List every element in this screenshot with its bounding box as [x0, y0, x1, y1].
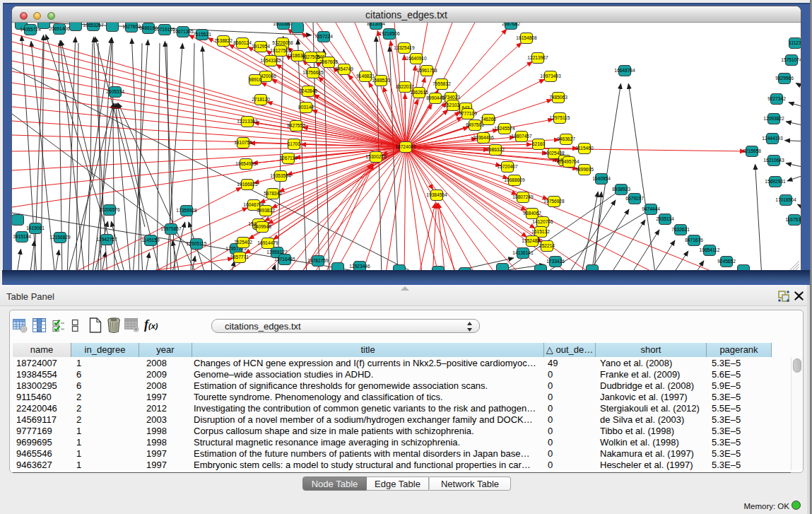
svg-text:18807249: 18807249 — [512, 194, 534, 199]
svg-text:9115460: 9115460 — [575, 146, 594, 151]
svg-text:1588520: 1588520 — [372, 78, 390, 83]
svg-text:98916: 98916 — [249, 77, 262, 82]
svg-text:10688609: 10688609 — [504, 177, 525, 182]
svg-text:19975857: 19975857 — [160, 226, 182, 231]
svg-text:9329966: 9329966 — [775, 76, 794, 81]
svg-text:12444193: 12444193 — [762, 136, 783, 141]
svg-text:18127505: 18127505 — [270, 48, 291, 53]
svg-text:3493822: 3493822 — [257, 208, 275, 213]
svg-text:20691406: 20691406 — [49, 26, 70, 31]
svg-text:9384067: 9384067 — [523, 211, 541, 216]
svg-text:9245652: 9245652 — [717, 259, 736, 264]
svg-text:14136141: 14136141 — [512, 250, 534, 255]
svg-text:5878342: 5878342 — [264, 191, 282, 196]
svg-text:12213383: 12213383 — [237, 119, 258, 124]
svg-text:12942757: 12942757 — [96, 237, 117, 242]
svg-text:7357224: 7357224 — [314, 34, 333, 39]
svg-text:9327505: 9327505 — [302, 54, 320, 59]
svg-text:15720407: 15720407 — [497, 164, 518, 169]
svg-text:16210643: 16210643 — [763, 158, 784, 163]
svg-text:62160: 62160 — [532, 141, 546, 146]
svg-text:10543382: 10543382 — [260, 58, 281, 63]
svg-text:7515521: 7515521 — [193, 32, 211, 37]
svg-text:19384554: 19384554 — [426, 192, 447, 197]
svg-text:2718120: 2718120 — [252, 97, 270, 102]
svg-text:9474444: 9474444 — [642, 206, 660, 211]
svg-text:16961758: 16961758 — [416, 68, 437, 73]
svg-text:1640954: 1640954 — [592, 176, 611, 181]
svg-text:17016504: 17016504 — [775, 197, 796, 202]
svg-text:16671385: 16671385 — [172, 29, 194, 34]
svg-text:12213967: 12213967 — [527, 55, 548, 60]
svg-text:2935114: 2935114 — [656, 216, 674, 221]
svg-text:1810755: 1810755 — [234, 140, 252, 145]
svg-text:1733426: 1733426 — [546, 259, 565, 264]
svg-text:7638822: 7638822 — [214, 38, 233, 43]
svg-text:9857771: 9857771 — [230, 255, 249, 259]
svg-text:17359928: 17359928 — [176, 208, 197, 213]
svg-text:53226058: 53226058 — [272, 40, 293, 45]
svg-text:12093822: 12093822 — [763, 116, 784, 121]
svg-text:1415061: 1415061 — [26, 226, 45, 230]
svg-text:9777109: 9777109 — [459, 111, 477, 116]
svg-text:8660124: 8660124 — [233, 40, 252, 45]
svg-text:6734023: 6734023 — [442, 95, 460, 100]
svg-text:6679197: 6679197 — [625, 196, 644, 201]
svg-text:7625402: 7625402 — [234, 240, 252, 245]
svg-text:16640910: 16640910 — [406, 56, 427, 61]
svg-text:10807457: 10807457 — [511, 134, 532, 139]
svg-text:10654112: 10654112 — [700, 247, 720, 252]
svg-text:16154808: 16154808 — [516, 35, 537, 40]
svg-text:2605334: 2605334 — [106, 89, 124, 94]
svg-text:16914479: 16914479 — [257, 240, 278, 245]
svg-text:1615132: 1615132 — [531, 229, 550, 234]
svg-text:5409948: 5409948 — [253, 224, 271, 229]
svg-text:19353594: 19353594 — [270, 173, 291, 178]
svg-text:15300275: 15300275 — [365, 154, 387, 159]
svg-text:9899695: 9899695 — [575, 167, 594, 172]
svg-text:16782759: 16782759 — [307, 258, 329, 263]
svg-text:8813054: 8813054 — [367, 23, 385, 26]
svg-text:9463627: 9463627 — [557, 136, 575, 141]
svg-text:746266: 746266 — [481, 117, 496, 122]
svg-text:2967608: 2967608 — [319, 59, 338, 64]
svg-text:11123: 11123 — [789, 40, 801, 45]
svg-text:12156829: 12156829 — [49, 235, 71, 240]
svg-text:13524851: 13524851 — [522, 238, 543, 243]
svg-text:19166825: 19166825 — [237, 182, 258, 187]
svg-text:18245574: 18245574 — [494, 126, 515, 131]
svg-text:12923446: 12923446 — [349, 264, 370, 269]
svg-text:6497508: 6497508 — [466, 122, 484, 127]
svg-text:7485063: 7485063 — [549, 95, 567, 100]
svg-text:9427552: 9427552 — [287, 123, 305, 128]
svg-text:1362615: 1362615 — [410, 90, 428, 95]
svg-text:8322037: 8322037 — [396, 84, 414, 89]
svg-text:18756685: 18756685 — [302, 70, 324, 75]
svg-text:10973493: 10973493 — [540, 74, 561, 78]
svg-text:3915184: 3915184 — [13, 234, 31, 239]
svg-text:15692931: 15692931 — [765, 179, 786, 184]
svg-text:8938923: 8938923 — [612, 187, 630, 192]
svg-text:8471676: 8471676 — [685, 238, 703, 243]
svg-text:14055724: 14055724 — [20, 27, 41, 32]
svg-text:14120746: 14120746 — [532, 219, 553, 224]
svg-text:12975115: 12975115 — [550, 115, 570, 120]
svg-text:7986322: 7986322 — [486, 147, 505, 152]
svg-text:9242848: 9242848 — [299, 88, 317, 93]
svg-text:1527602: 1527602 — [122, 24, 141, 29]
svg-text:16033809: 16033809 — [273, 23, 294, 26]
svg-text:803144: 803144 — [298, 105, 314, 110]
svg-text:8215958: 8215958 — [743, 148, 761, 153]
svg-text:13325419: 13325419 — [394, 45, 415, 50]
svg-text:2087682: 2087682 — [502, 23, 520, 26]
svg-text:7632621: 7632621 — [671, 227, 690, 232]
svg-text:19654933: 19654933 — [235, 161, 257, 166]
svg-text:18724007: 18724007 — [395, 144, 416, 149]
svg-text:13716485: 13716485 — [274, 257, 295, 262]
svg-text:13495764: 13495764 — [558, 159, 579, 164]
svg-text:19756928: 19756928 — [543, 199, 565, 204]
svg-text:16648784: 16648784 — [614, 68, 635, 73]
svg-text:1145159: 1145159 — [141, 238, 160, 243]
svg-text:10653267: 10653267 — [83, 23, 104, 28]
svg-text:1167534: 1167534 — [785, 217, 801, 222]
